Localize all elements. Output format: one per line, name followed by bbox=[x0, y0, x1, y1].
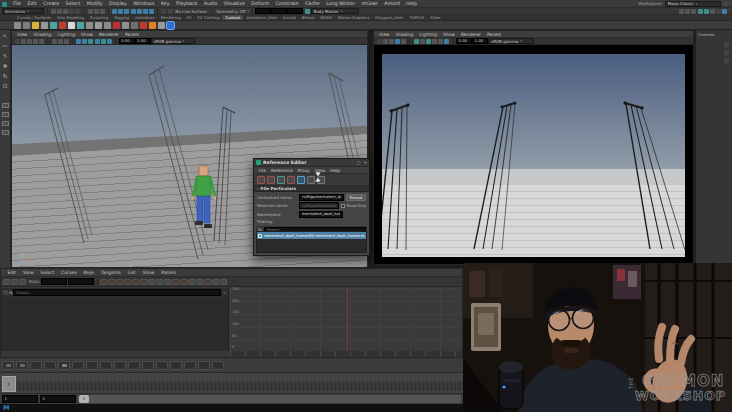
anim-layer-icon[interactable] bbox=[16, 361, 28, 370]
viewport-menu-item[interactable]: Renderer bbox=[458, 32, 484, 37]
layout-four-view-icon[interactable] bbox=[2, 112, 9, 117]
viewport-menu-item[interactable]: Lighting bbox=[54, 32, 78, 37]
aa-toggle-icon[interactable] bbox=[444, 39, 449, 44]
graph-curve-area[interactable] bbox=[230, 288, 462, 351]
menu-item[interactable]: Playback bbox=[173, 1, 201, 6]
make-live-icon[interactable] bbox=[143, 9, 148, 14]
snap-view-icon[interactable] bbox=[149, 9, 154, 14]
shelf-icon[interactable] bbox=[140, 22, 147, 29]
shelf-tab[interactable]: FX Caching bbox=[195, 15, 223, 20]
grid-toggle-icon[interactable] bbox=[383, 39, 388, 44]
maximize-icon[interactable]: ▢ bbox=[357, 160, 361, 165]
anim-layer-icon[interactable] bbox=[2, 361, 14, 370]
workspace-dropdown[interactable]: Maya Classic ▾ bbox=[665, 1, 721, 7]
dialog-menu-item[interactable]: File bbox=[256, 168, 268, 173]
move-tool-icon[interactable]: ✥ bbox=[3, 63, 8, 69]
shelf-icon[interactable] bbox=[113, 22, 120, 29]
gamma-field[interactable]: 1.00 bbox=[472, 38, 488, 44]
break-tangents-icon[interactable] bbox=[156, 279, 163, 285]
key-snap-icon[interactable] bbox=[58, 361, 70, 370]
open-scene-icon[interactable] bbox=[57, 9, 62, 14]
shelf-tab[interactable]: Motion Graphics bbox=[335, 15, 373, 20]
buffer-curve-icon[interactable] bbox=[212, 279, 219, 285]
dialog-menu-item[interactable]: Reference bbox=[268, 168, 295, 173]
exposure-field[interactable]: 0.00 bbox=[119, 38, 135, 44]
unload-reference-icon[interactable] bbox=[277, 176, 285, 184]
aa-toggle-icon[interactable] bbox=[95, 39, 100, 44]
menu-item[interactable]: mGear bbox=[358, 1, 381, 6]
outliner-list[interactable] bbox=[1, 298, 228, 351]
graph-editor-menu-item[interactable]: Select bbox=[37, 270, 58, 275]
swap-buffer-icon[interactable] bbox=[220, 279, 227, 285]
menu-item[interactable]: Help bbox=[403, 1, 420, 6]
menu-item[interactable]: Audio bbox=[201, 1, 221, 6]
shelf-icon[interactable] bbox=[68, 22, 75, 29]
dialog-menu-item[interactable]: Help bbox=[328, 168, 343, 173]
reference-list[interactable]: mechatech_dash_humanRN mechatech_dash_hu… bbox=[256, 231, 367, 253]
remove-reference-icon[interactable] bbox=[287, 176, 295, 184]
channel-box-tab[interactable]: Channels bbox=[698, 33, 715, 37]
shelf-icon[interactable] bbox=[77, 22, 84, 29]
shelf-icon[interactable] bbox=[50, 22, 57, 29]
grid-toggle-icon[interactable] bbox=[21, 39, 26, 44]
snap-surface-icon[interactable] bbox=[137, 9, 142, 14]
shelf-icon[interactable] bbox=[158, 22, 165, 29]
exposure-field[interactable]: 0.00 bbox=[456, 38, 472, 44]
shelf-tab[interactable]: Bifrost bbox=[299, 15, 318, 20]
sidebar-toggle-icon[interactable] bbox=[716, 9, 721, 14]
playback-option-icon[interactable] bbox=[212, 361, 224, 370]
playback-option-icon[interactable] bbox=[198, 361, 210, 370]
close-icon[interactable]: ✕ bbox=[364, 160, 367, 165]
graph-editor-menu-item[interactable]: Show bbox=[139, 270, 158, 275]
menu-item[interactable]: File bbox=[10, 1, 24, 6]
menu-item[interactable]: Deform bbox=[248, 1, 272, 6]
snap-curve-icon[interactable] bbox=[118, 9, 123, 14]
shelf-icon[interactable] bbox=[41, 22, 48, 29]
shelf-icon[interactable] bbox=[122, 22, 129, 29]
shelf-tab[interactable]: Animation_User bbox=[243, 15, 280, 20]
read-only-checkbox[interactable] bbox=[341, 204, 345, 208]
menu-item[interactable]: Display bbox=[106, 1, 130, 6]
playback-start-field[interactable]: 1 bbox=[2, 395, 38, 403]
range-slider-handle[interactable]: 1 bbox=[79, 395, 89, 403]
rotate-tool-icon[interactable]: ↻ bbox=[3, 73, 8, 79]
textured-icon[interactable] bbox=[64, 39, 69, 44]
shelf-tab[interactable]: Rendering bbox=[158, 15, 184, 20]
shelf-tab[interactable]: XGen bbox=[427, 15, 444, 20]
attribute-editor-icon[interactable] bbox=[724, 42, 729, 47]
viewport-menu-item[interactable]: Show bbox=[440, 32, 458, 37]
selection-mask-icon[interactable] bbox=[100, 9, 105, 14]
anim-layer-icon[interactable] bbox=[30, 361, 42, 370]
shadows-toggle-icon[interactable] bbox=[432, 39, 437, 44]
shelf-icon[interactable] bbox=[131, 22, 138, 29]
menu-item[interactable]: Key bbox=[158, 1, 173, 6]
lasso-tool-icon[interactable]: 〜 bbox=[2, 43, 8, 49]
key-snap-icon[interactable] bbox=[44, 361, 56, 370]
dialog-menu-item[interactable]: Proxy bbox=[295, 168, 312, 173]
shelf-tab[interactable]: Animation bbox=[132, 15, 158, 20]
viewport-menu-item[interactable]: Lighting bbox=[416, 32, 440, 37]
snap-point-icon[interactable] bbox=[124, 9, 129, 14]
select-tool-icon[interactable]: ↖ bbox=[3, 33, 8, 39]
gate-mask-icon[interactable] bbox=[401, 39, 406, 44]
current-time-marker[interactable] bbox=[347, 288, 348, 351]
shelf-icon[interactable] bbox=[86, 22, 93, 29]
step-tangent-icon[interactable] bbox=[132, 279, 139, 285]
graph-editor-menu-item[interactable]: Edit bbox=[4, 270, 20, 275]
ao-toggle-icon[interactable] bbox=[438, 39, 443, 44]
input-field[interactable] bbox=[255, 8, 271, 14]
shelf-tab[interactable]: TURTLE bbox=[406, 15, 427, 20]
lighting-toggle-icon[interactable] bbox=[76, 39, 81, 44]
graph-editor-menu-item[interactable]: List bbox=[124, 270, 139, 275]
channel-box-icon[interactable] bbox=[724, 58, 729, 63]
shelf-icon[interactable] bbox=[32, 22, 39, 29]
menu-item[interactable]: Long Winter bbox=[323, 1, 358, 6]
curve-smoothness-icon[interactable] bbox=[204, 279, 211, 285]
playback-option-icon[interactable] bbox=[86, 361, 98, 370]
shelf-icon-active[interactable] bbox=[167, 22, 174, 29]
render-settings-icon[interactable] bbox=[691, 9, 696, 14]
graph-editor-menu-item[interactable]: Curves bbox=[58, 270, 80, 275]
post-infinity-icon[interactable] bbox=[196, 279, 203, 285]
viewport-menu-item[interactable]: Show bbox=[78, 32, 96, 37]
gamma-field[interactable]: 1.00 bbox=[135, 38, 151, 44]
